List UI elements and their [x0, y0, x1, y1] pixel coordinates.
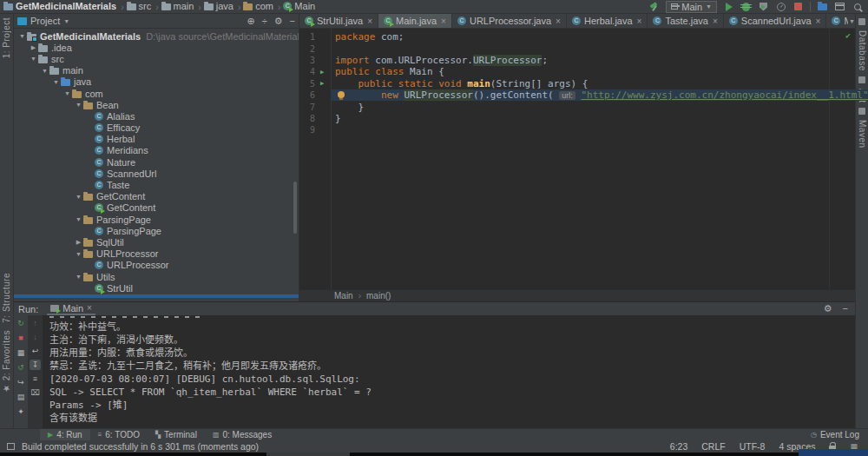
- code-editor[interactable]: ✔ 1package com;23import com.URLProcessor…: [299, 29, 855, 289]
- tree-item-src[interactable]: ▼src: [14, 53, 299, 64]
- close-icon[interactable]: ×: [87, 303, 92, 313]
- print-icon[interactable]: ≡: [30, 373, 41, 384]
- breadcrumb-item[interactable]: main: [161, 1, 194, 11]
- close-icon[interactable]: ×: [441, 17, 446, 26]
- up-stack-icon[interactable]: ↑: [30, 318, 41, 328]
- tree-item-URLProcessor[interactable]: URLProcessor: [14, 260, 299, 271]
- chevron-down-icon[interactable]: ▼: [74, 102, 83, 108]
- debug-button[interactable]: [740, 1, 752, 12]
- tree-item-URLProcessor[interactable]: ▼URLProcessor: [14, 248, 299, 260]
- breadcrumb-item[interactable]: src: [127, 1, 152, 11]
- chevron-down-icon[interactable]: ▼: [74, 251, 83, 257]
- exit-icon[interactable]: ↪: [16, 377, 27, 387]
- chevron-down-icon[interactable]: ▼: [74, 194, 83, 200]
- toolwindow-Terminal[interactable]: ▚Terminal: [148, 429, 205, 440]
- close-icon[interactable]: ×: [816, 17, 821, 26]
- tree-item-StrUtil[interactable]: StrUtil: [14, 282, 299, 294]
- tree-item-Alalias[interactable]: Alalias: [14, 110, 299, 122]
- tree-item-GetMedicinalMaterials[interactable]: ▼GetMedicinalMaterialsD:\java source\Get…: [14, 30, 299, 42]
- tree-item-GetContent[interactable]: ▼GetContent: [14, 191, 299, 202]
- restart-icon[interactable]: ↺: [16, 362, 27, 373]
- code-line-5[interactable]: 5▶ public static void main(String[] args…: [299, 78, 855, 89]
- restore-windows-icon[interactable]: [834, 1, 845, 12]
- project-structure-icon[interactable]: [817, 1, 828, 12]
- tab-Herbal.java[interactable]: Herbal.java×: [567, 14, 648, 28]
- tab-URLProcessor.java[interactable]: URLProcessor.java×: [452, 14, 567, 28]
- project-panel-title[interactable]: Project: [30, 16, 60, 26]
- soft-wrap-icon[interactable]: ↩: [30, 346, 41, 356]
- tab-ScannedUrl.java[interactable]: ScannedUrl.java×: [724, 14, 827, 28]
- tree-item-Bean[interactable]: ▼Bean: [14, 99, 299, 110]
- chevron-down-icon[interactable]: ▼: [74, 216, 83, 222]
- chevron-down-icon[interactable]: ▼: [62, 90, 72, 96]
- chevron-down-icon[interactable]: ▼: [63, 18, 69, 24]
- run-line-icon[interactable]: ▶: [315, 69, 329, 76]
- event-log-button[interactable]: ◷Event Log: [811, 430, 868, 439]
- stop-button[interactable]: [792, 1, 804, 12]
- tree-item-.idea[interactable]: ▶.idea: [14, 42, 299, 53]
- gear-icon[interactable]: ⚙: [274, 16, 283, 27]
- intention-bulb-icon[interactable]: [338, 91, 345, 98]
- tree-item-SqlUtil[interactable]: ▶SqlUtil: [14, 236, 299, 248]
- search-everywhere-icon[interactable]: [852, 1, 863, 12]
- code-line-4[interactable]: 4▶public class Main {: [299, 66, 855, 77]
- breadcrumb-item[interactable]: Main: [283, 1, 315, 11]
- run-tab[interactable]: Main ×: [47, 302, 95, 315]
- tree-item-Efficacy[interactable]: Efficacy: [14, 122, 299, 134]
- tab-Taste.java[interactable]: Taste.java×: [648, 14, 723, 28]
- tree-item-GetContent[interactable]: GetContent: [14, 202, 299, 214]
- scroll-to-end-icon[interactable]: ↧: [30, 360, 41, 370]
- build-hammer-icon[interactable]: [648, 1, 660, 12]
- tree-selected-row-clipped[interactable]: [14, 294, 299, 298]
- chevron-down-icon[interactable]: ▼: [29, 56, 38, 62]
- tree-scrollbar[interactable]: [293, 182, 297, 234]
- stripe-database-button[interactable]: Database: [858, 30, 867, 71]
- rerun-icon[interactable]: ↻: [16, 318, 27, 328]
- tree-item-Nature[interactable]: Nature: [14, 156, 299, 168]
- stop-icon[interactable]: ■: [16, 333, 27, 343]
- tab-StrUtil.java[interactable]: StrUtil.java×: [299, 14, 378, 28]
- toolwindow-Run[interactable]: ▶4: Run: [40, 429, 90, 440]
- stripe-project-button[interactable]: 1: Project: [2, 17, 11, 58]
- toolwindow-toggle-icon[interactable]: [7, 443, 15, 450]
- toolwindow-Messages[interactable]: ▥0: Messages: [205, 429, 279, 440]
- tree-item-java[interactable]: ▼java: [14, 76, 299, 88]
- breadcrumb-method[interactable]: main(): [366, 291, 391, 301]
- toolwindow-TODO[interactable]: ≡6: TODO: [90, 429, 148, 440]
- run-console[interactable]: 功效：补中益气。主治：治下痢，消渴小便频数。用法用量：内服：煮食或煨汤饮。禁忌：…: [43, 315, 855, 428]
- chevron-down-icon[interactable]: ▼: [40, 68, 49, 74]
- stripe-structure-button[interactable]: 7: Structure: [2, 273, 11, 323]
- stripe-maven-button[interactable]: Maven: [858, 120, 867, 149]
- tree-item-ParsingPage[interactable]: ▼ParsingPage: [14, 214, 299, 225]
- code-line-7[interactable]: 7 }: [299, 101, 855, 112]
- dump-threads-icon[interactable]: ▦: [16, 347, 27, 358]
- collapse-all-icon[interactable]: ÷: [262, 16, 267, 26]
- hide-panel-icon[interactable]: −: [843, 303, 848, 314]
- locate-file-icon[interactable]: ⊕: [247, 16, 254, 27]
- tab-Main.java[interactable]: Main.java×: [378, 14, 452, 28]
- code-line-9[interactable]: 9: [299, 124, 855, 135]
- tree-item-com[interactable]: ▼com: [14, 88, 299, 99]
- gear-icon[interactable]: ⚙: [824, 303, 832, 314]
- hide-panel-icon[interactable]: −: [290, 16, 295, 26]
- code-line-3[interactable]: 3import com.URLProcessor.URLProcessor;: [299, 55, 855, 66]
- pin-icon[interactable]: ✦: [16, 406, 27, 417]
- code-line-8[interactable]: 8}: [299, 113, 855, 124]
- code-line-1[interactable]: 1package com;: [299, 31, 855, 43]
- close-icon[interactable]: ×: [637, 17, 642, 26]
- layout-icon[interactable]: ▤: [16, 392, 27, 402]
- clear-console-icon[interactable]: ⌧: [30, 387, 41, 398]
- tree-item-main[interactable]: ▼main: [14, 65, 299, 76]
- code-line-6[interactable]: 6 new URLProcessor().getContent( url: "h…: [299, 89, 855, 101]
- run-line-icon[interactable]: ▶: [315, 80, 329, 87]
- line-ending[interactable]: CRLF: [701, 441, 725, 452]
- chevron-down-icon[interactable]: ▼: [17, 33, 27, 39]
- stripe-favorites-button[interactable]: ★ 2: Favorites: [2, 330, 11, 393]
- chevron-down-icon[interactable]: ▼: [74, 274, 83, 280]
- breadcrumb-class[interactable]: Main: [334, 291, 353, 301]
- breadcrumb-item[interactable]: java: [204, 1, 233, 11]
- tree-item-Utils[interactable]: ▼Utils: [14, 271, 299, 282]
- coverage-button[interactable]: [758, 1, 769, 12]
- chevron-right-icon[interactable]: ▶: [29, 44, 38, 51]
- down-stack-icon[interactable]: ↓: [30, 332, 41, 342]
